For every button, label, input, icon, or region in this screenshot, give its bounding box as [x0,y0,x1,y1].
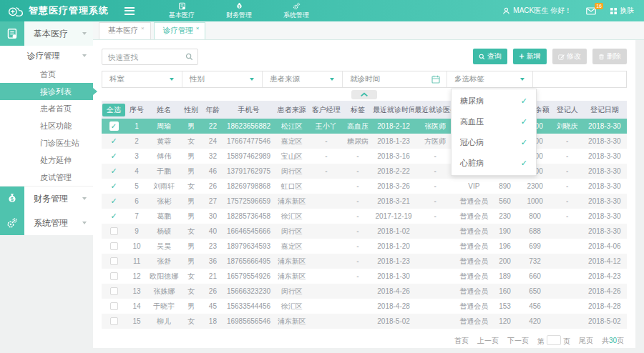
table-row-5[interactable]: ✓5刘雨轩女2618269798868虹口区-2018-3-26-VIP8902… [102,179,627,194]
sidebar-subitem-2[interactable]: 接诊列表 [0,83,93,100]
cell: - [552,179,582,194]
user-greeting[interactable]: MACK医生 你好！ [502,6,572,16]
check-icon[interactable]: ✓ [110,197,117,205]
check-icon[interactable]: ✓ [110,166,117,175]
table-row-14[interactable]: 15柳儿女1816985656546浦东新区2018-5-02普通会员12042… [102,314,627,329]
cell: 王小丫 [310,119,343,134]
table-row-3[interactable]: ✓3傅伟男3215897462989宝山区--2018-3-16-VIP1000… [102,149,627,164]
checkbox-empty[interactable] [110,272,118,280]
check-icon[interactable]: ✓ [110,151,117,160]
tag-option-4[interactable]: 心脏病✓ [452,153,536,174]
cell: 虹口区 [274,179,310,194]
cell: 2018-5-02 [582,314,627,329]
top-header: 智慧医疗管理系统 基本医疗 财务管理 [0,0,644,21]
search-icon [185,53,193,61]
checkbox-empty[interactable] [110,242,118,250]
table-row-8[interactable]: 9杨硕女4016646545666闵行区-2018-1-02普通会员190688… [102,224,627,239]
search-input[interactable] [102,49,198,65]
pagination-last[interactable]: 尾页 [579,336,593,346]
tag-option-2[interactable]: 高血压✓ [452,111,536,132]
sidebar-item-system[interactable]: 系统管理 [0,211,93,235]
tab-1[interactable]: 基本医疗× [99,22,151,39]
query-button[interactable]: 查询 [473,49,507,64]
table-row-9[interactable]: 10吴昊男2318979634593嘉定区-2018-1-20普通会员19669… [102,239,627,254]
pagination-prev[interactable]: 上一页 [477,336,499,346]
collapse-filters-button[interactable] [351,90,377,99]
checkbox-empty[interactable] [110,227,118,235]
checkbox-empty[interactable] [110,257,118,265]
tab-2[interactable]: 诊疗管理× [154,22,206,39]
menu-toggle-icon[interactable] [125,5,135,16]
tab-close-icon[interactable]: × [141,26,145,31]
table-row-10[interactable]: 11张舒男3618765666495浦东新区-2018-1-23普通会员2007… [102,254,627,269]
cell: 800 [518,209,552,224]
tab-close-icon[interactable]: × [196,26,200,31]
filter-gender[interactable]: 性别 [182,71,263,87]
sidebar-subitem-7[interactable]: 皮试管理 [0,169,93,186]
table-row-6[interactable]: ✓6张彬男2717572596659浦东新区-2018-3-21-普通会员560… [102,194,627,209]
sidebar-subitem-3[interactable]: 患者首页 [0,100,93,117]
gear-icon [0,211,24,235]
cell: 男 [180,194,202,209]
table-row-11[interactable]: 12欧阳德娜女2116579554926浦东新区-2018-1-30普通会员18… [102,269,627,284]
page-word-after: 页 [563,337,570,345]
cell: 周瑜 [147,119,180,134]
pagination-next[interactable]: 下一页 [507,336,529,346]
edit-button[interactable]: 修改 [552,49,587,64]
checkbox-empty[interactable] [110,287,118,295]
table-row-7[interactable]: ✓7葛鹏男3018285736458徐汇区-2017-12-19-普通会员230… [102,209,627,224]
nav-item-basic-medical[interactable]: 基本医疗 [169,2,195,20]
cell [552,224,582,239]
filter-visit-time[interactable]: 就诊时间 [343,71,447,87]
sidebar-subitem-6[interactable]: 处方延伸 [0,151,93,169]
table-row-1[interactable]: ✓1周瑜男2218623656882松江区王小丫高血压2018-2-12张医师6… [102,119,627,134]
cell [414,224,456,239]
cell: 2018-4-23 [582,269,627,284]
table-row-4[interactable]: ✓4于鹏男4613791762975闵行区--2018-2-22-VIP9603… [102,164,627,179]
cell: 2018-1-23 [373,134,414,149]
sidebar-item-basic-medical[interactable]: 基本医疗 [0,21,93,46]
column-header-9: 最近就诊时间 [373,101,414,119]
checkbox-empty[interactable] [110,302,118,310]
check-icon[interactable]: ✓ [110,212,117,220]
cell: 男 [180,164,202,179]
checkbox-empty[interactable] [110,317,118,325]
cell: 23 [202,239,223,254]
page-number-input[interactable] [547,335,561,345]
sidebar-subitem-4[interactable]: 社区功能 [0,117,93,134]
cell: 闵行区 [274,224,310,239]
sidebar-group-clinic-mgmt[interactable]: 诊疗管理 [0,46,93,66]
table-row-13[interactable]: 14于晓宇男4515633544456徐汇区2018-4-28普通会员15345… [102,299,627,314]
sidebar-item-finance[interactable]: 财务管理 [0,187,93,211]
sidebar-subitem-5[interactable]: 门诊医生站 [0,134,93,151]
messages-button[interactable]: 16 [586,7,596,15]
filter-patient-source[interactable]: 患者来源 [263,71,343,87]
cell: - [414,179,456,194]
delete-button[interactable]: 删除 [592,49,627,64]
check-icon[interactable]: ✓ [110,182,117,190]
cell: VIP [456,179,492,194]
check-icon[interactable]: ✓ [110,136,117,145]
cell: 456 [518,299,552,314]
add-button[interactable]: + 新增 [513,49,547,64]
nav-item-system[interactable]: 系统管理 [283,2,309,20]
cell: 葛鹏 [147,209,180,224]
sidebar-subitem-1[interactable]: 首页 [0,66,93,83]
table-row-2[interactable]: ✓2黄蓉女2417667477546嘉定区-糖尿病2018-1-23方医师500… [102,134,627,149]
table-row-12[interactable]: 13张姝娜女2615666323230闵行区2018-4-26普通会员16065… [102,284,627,299]
row-checkbox-cell: ✓ [102,119,126,134]
cell: 15633544456 [223,299,273,314]
user-icon [502,7,510,15]
select-all-button[interactable]: 全选 [102,104,125,116]
checkbox-checked-icon[interactable]: ✓ [109,121,119,131]
filter-department[interactable]: 科室 [102,71,182,87]
cell: - [343,254,373,269]
change-skin-button[interactable]: 换肤 [610,6,634,16]
cell: - [310,164,343,179]
filter-multi-tags[interactable]: 多选标签 [447,71,533,87]
nav-item-finance[interactable]: 财务管理 [226,2,252,20]
tag-option-1[interactable]: 糖尿病✓ [452,91,536,111]
pagination-first[interactable]: 首页 [454,336,469,346]
cell: 4 [126,164,147,179]
tag-option-3[interactable]: 冠心病✓ [452,132,536,153]
